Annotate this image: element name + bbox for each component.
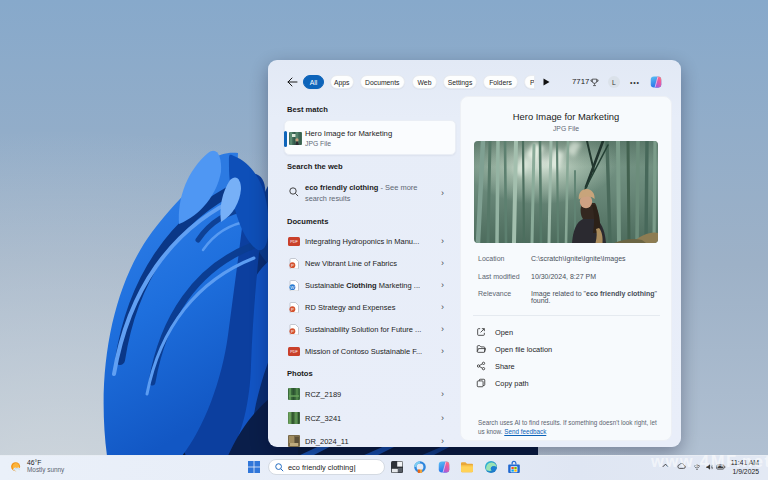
svg-text:P: P: [291, 262, 294, 267]
svg-text:PDF: PDF: [290, 350, 298, 354]
svg-text:PDF: PDF: [290, 240, 298, 244]
svg-text:P: P: [291, 328, 294, 333]
svg-text:P: P: [291, 306, 294, 311]
